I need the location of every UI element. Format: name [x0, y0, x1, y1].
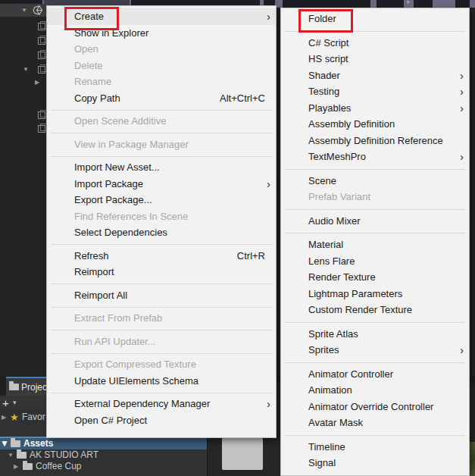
create-asset-plus-icon[interactable]: +: [2, 396, 9, 410]
menu-item-playables[interactable]: Playables›: [281, 100, 469, 117]
menu-item-custom-render-texture[interactable]: Custom Render Texture: [281, 302, 469, 318]
menu-item-label: Rename: [74, 74, 265, 90]
menu-item-copy-path[interactable]: Copy PathAlt+Ctrl+C: [47, 90, 276, 107]
menu-item-label: Export Package...: [74, 192, 265, 208]
menu-item-label: Timeline: [308, 439, 458, 456]
menu-item-timeline[interactable]: Timeline: [281, 439, 469, 456]
menu-item-audio-mixer[interactable]: Audio Mixer: [281, 213, 469, 230]
expander-icon[interactable]: ▼: [8, 449, 14, 461]
context-menu: Create›Show in ExplorerOpenDeleteRenameC…: [46, 5, 277, 438]
menu-item-testing[interactable]: Testing›: [281, 83, 469, 100]
tree-row-label: Assets: [23, 438, 53, 449]
menu-item-refresh[interactable]: RefreshCtrl+R: [47, 248, 276, 265]
menu-separator: [47, 130, 276, 136]
menu-item-reimport[interactable]: Reimport: [47, 264, 276, 280]
menu-separator: [47, 241, 276, 248]
menu-item-label: Extract From Prefab: [74, 310, 265, 327]
expander-icon[interactable]: ▼: [0, 438, 9, 449]
menu-item-label: Import Package: [74, 176, 265, 193]
menu-separator: [281, 431, 469, 439]
menu-separator: [47, 280, 276, 287]
menu-separator: [47, 327, 276, 334]
menu-item-scene[interactable]: Scene: [281, 173, 469, 189]
menu-item-reimport-all[interactable]: Reimport All: [47, 287, 276, 304]
tree-row-ak-studio-art[interactable]: ▼ AK STUDIO ART: [0, 449, 207, 461]
menu-item-animator-controller[interactable]: Animator Controller: [281, 366, 469, 383]
menu-item-lens-flare[interactable]: Lens Flare: [281, 253, 469, 270]
menu-item-label: Folder: [308, 11, 458, 27]
menu-item-sprite-atlas[interactable]: Sprite Atlas: [281, 326, 469, 343]
menu-item-import-new-asset[interactable]: Import New Asset...: [47, 159, 276, 176]
menu-item-label: TextMeshPro: [308, 149, 458, 165]
menu-item-update-uielements-schema[interactable]: Update UIElements Schema: [47, 373, 276, 390]
menu-item-shortcut: Alt+Ctrl+C: [220, 90, 265, 107]
menu-item-label: Assembly Definition Reference: [308, 133, 458, 149]
expander-icon[interactable]: ▶: [35, 80, 39, 86]
texture-thumbnail[interactable]: [470, 442, 475, 476]
folder-icon: [23, 463, 33, 470]
menu-item-import-package[interactable]: Import Package›: [47, 176, 276, 193]
tree-row-coffee-cup[interactable]: ▶ Coffee Cup: [0, 461, 207, 472]
menu-item-render-texture[interactable]: Render Texture: [281, 269, 469, 286]
star-icon: ★: [10, 412, 19, 423]
menu-item-label: Lightmap Parameters: [308, 286, 458, 302]
expander-icon[interactable]: ▼: [23, 67, 29, 73]
menu-item-open: Open: [47, 41, 276, 58]
expander-icon[interactable]: ▼: [21, 8, 27, 14]
folder-thumbnail-icon[interactable]: [222, 438, 263, 470]
menu-item-create[interactable]: Create›: [47, 8, 276, 25]
menu-item-textmeshpro[interactable]: TextMeshPro›: [281, 149, 469, 165]
folder-open-icon: [17, 452, 27, 459]
menu-item-show-in-explorer[interactable]: Show in Explorer: [47, 25, 276, 42]
menu-item-label: Open C# Project: [74, 412, 265, 429]
menu-item-label: Show in Explorer: [74, 25, 265, 42]
menu-separator: [281, 318, 469, 326]
menu-item-label: Animation: [308, 382, 458, 399]
menu-item-lightmap-parameters[interactable]: Lightmap Parameters: [281, 286, 469, 302]
menu-item-signal[interactable]: Signal: [281, 455, 469, 471]
menu-item-shader[interactable]: Shader›: [281, 67, 469, 84]
menu-item-animation[interactable]: Animation: [281, 382, 469, 399]
menu-separator: [281, 229, 469, 236]
prefab-cube-icon: [38, 111, 45, 119]
menu-item-sprites[interactable]: Sprites›: [281, 342, 469, 359]
add-tab-icon[interactable]: +: [406, 0, 410, 6]
menu-item-label: Find References In Scene: [74, 208, 265, 225]
submenu-arrow-icon: ›: [460, 342, 464, 359]
window-tab: [414, 0, 433, 8]
menu-separator: [47, 349, 276, 356]
menu-item-label: HS script: [308, 51, 458, 67]
menu-item-label: Assembly Definition: [308, 116, 458, 133]
menu-item-open-c-project[interactable]: Open C# Project: [47, 412, 276, 429]
menu-item-folder[interactable]: Folder: [281, 11, 469, 27]
folder-open-icon: [11, 440, 20, 447]
menu-item-select-dependencies[interactable]: Select Dependencies: [47, 224, 276, 241]
menu-item-label: Select Dependencies: [74, 224, 265, 241]
create-submenu: FolderC# ScriptHS scriptShader›Testing›P…: [280, 8, 470, 476]
expander-icon[interactable]: ▶: [14, 461, 18, 472]
menu-item-hs-script[interactable]: HS script: [281, 51, 469, 67]
menu-item-label: Avatar Mask: [308, 415, 458, 431]
menu-item-c-script[interactable]: C# Script: [281, 35, 469, 52]
tree-row-assets[interactable]: ▼ Assets: [0, 437, 207, 449]
menu-item-animator-override-controller[interactable]: Animator Override Controller: [281, 399, 469, 415]
expander-icon[interactable]: ▶: [2, 412, 6, 423]
menu-item-export-package[interactable]: Export Package...: [47, 192, 276, 208]
submenu-arrow-icon: ›: [267, 8, 270, 25]
menu-item-material[interactable]: Material: [281, 236, 469, 253]
menu-item-label: Open: [74, 41, 265, 58]
dropdown-caret-icon[interactable]: ▾: [13, 396, 17, 410]
window-tab: [283, 0, 370, 8]
menu-separator: [47, 303, 276, 310]
menu-item-assembly-definition-reference[interactable]: Assembly Definition Reference: [281, 133, 469, 149]
menu-item-label: Import New Asset...: [74, 159, 265, 176]
menu-separator: [281, 27, 469, 35]
menu-item-label: Lens Flare: [308, 253, 458, 270]
menu-item-export-compressed-texture: Export Compressed Texture: [47, 356, 276, 373]
menu-item-label: Playables: [308, 100, 458, 117]
prefab-cube-icon: [38, 23, 45, 30]
menu-item-avatar-mask[interactable]: Avatar Mask: [281, 415, 469, 431]
menu-item-assembly-definition[interactable]: Assembly Definition: [281, 116, 469, 133]
submenu-arrow-icon: ›: [267, 176, 270, 193]
menu-item-external-dependency-manager[interactable]: External Dependency Manager›: [47, 396, 276, 412]
